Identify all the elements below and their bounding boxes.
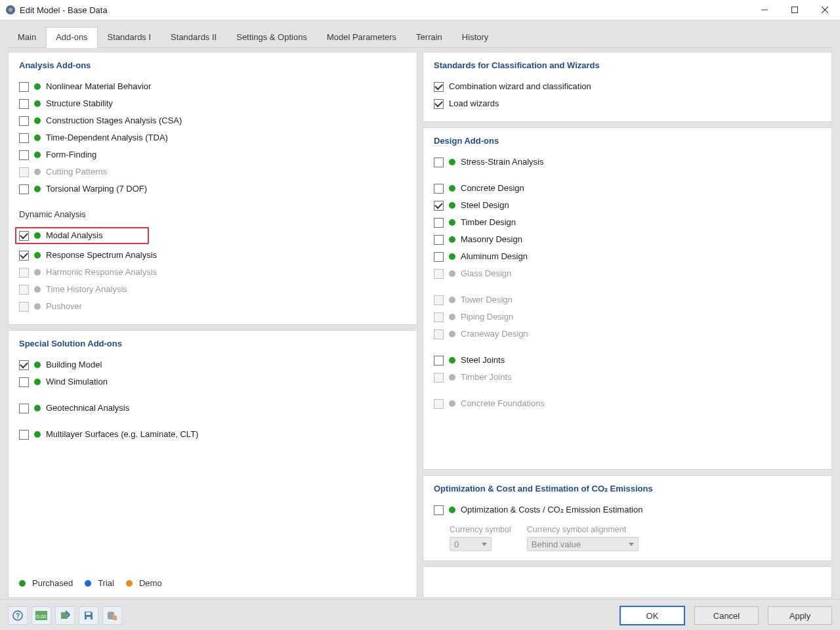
addon-label: Steel Joints — [461, 354, 505, 366]
svg-text:0,00: 0,00 — [36, 614, 47, 620]
status-dot — [449, 159, 455, 165]
addon-label: Glass Design — [461, 268, 511, 280]
checkbox-optimization[interactable] — [434, 505, 444, 515]
tab-addons[interactable]: Add-ons — [46, 27, 97, 48]
checkbox[interactable] — [434, 158, 444, 167]
checkbox[interactable] — [19, 133, 29, 143]
checkbox — [19, 167, 29, 177]
addon-row: Harmonic Response Analysis — [19, 264, 406, 281]
addon-row: Stress-Strain Analysis — [434, 154, 821, 171]
svg-rect-14 — [113, 616, 117, 620]
panel-analysis-addons: Analysis Add-ons Nonlinear Material Beha… — [8, 52, 417, 325]
addon-label: Pushover — [46, 301, 82, 312]
units-button[interactable]: 0,00 — [32, 606, 51, 625]
checkbox — [19, 302, 29, 312]
addon-row: Multilayer Surfaces (e.g. Laminate, CLT) — [19, 426, 406, 443]
checkbox — [19, 268, 29, 278]
addon-row: Building Model — [19, 356, 406, 373]
checkbox[interactable] — [19, 430, 29, 440]
addon-row: Steel Joints — [434, 352, 821, 369]
addon-label: Timber Design — [461, 217, 516, 228]
addon-row: Form-Finding — [19, 146, 406, 163]
checkbox[interactable] — [19, 360, 29, 370]
database-button[interactable] — [102, 606, 122, 625]
tab-main[interactable]: Main — [8, 27, 46, 47]
addon-row: Response Spectrum Analysis — [19, 247, 406, 264]
checkbox[interactable] — [19, 251, 29, 261]
legend-purchased-label: Purchased — [32, 578, 73, 588]
apply-button[interactable]: Apply — [768, 606, 832, 625]
checkbox[interactable] — [434, 218, 444, 228]
checkbox[interactable] — [19, 99, 29, 109]
analysis-addons-list: Nonlinear Material BehaviorStructure Sta… — [19, 78, 406, 198]
svg-rect-12 — [87, 617, 91, 620]
checkbox[interactable] — [434, 201, 444, 211]
checkbox — [434, 295, 444, 305]
status-dot — [449, 202, 455, 209]
addon-label: Form-Finding — [46, 149, 96, 161]
addon-label: Response Spectrum Analysis — [46, 249, 157, 261]
status-dot — [34, 100, 41, 107]
export-button[interactable] — [55, 606, 75, 625]
addon-row: Timber Joints — [434, 369, 821, 386]
addon-row: Steel Design — [434, 197, 821, 214]
checkbox[interactable] — [434, 184, 444, 194]
checkbox[interactable] — [19, 377, 29, 387]
label-currency-alignment: Currency symbol alignment — [527, 525, 639, 534]
save-button[interactable] — [79, 606, 98, 625]
checkbox[interactable] — [19, 82, 29, 92]
status-dot — [449, 219, 455, 226]
checkbox[interactable] — [434, 99, 444, 109]
addon-label: Time History Analysis — [46, 284, 127, 295]
checkbox[interactable] — [434, 252, 444, 262]
checkbox[interactable] — [434, 356, 444, 366]
checkbox[interactable] — [19, 116, 29, 126]
checkbox[interactable] — [19, 231, 29, 241]
addon-label: Geotechnical Analysis — [46, 402, 129, 414]
addon-row: Structure Stability — [19, 95, 406, 112]
addon-row: Tower Design — [434, 291, 821, 308]
tab-terrain[interactable]: Terrain — [406, 27, 452, 47]
special-solution-list: Building ModelWind SimulationGeotechnica… — [19, 356, 406, 443]
addon-label: Building Model — [46, 359, 102, 371]
svg-rect-3 — [792, 7, 798, 13]
legend-demo-dot — [126, 580, 133, 587]
addon-row: Aluminum Design — [434, 248, 821, 265]
checkbox[interactable] — [19, 404, 29, 413]
addon-label: Tower Design — [461, 294, 513, 306]
addon-label: Harmonic Response Analysis — [46, 266, 157, 278]
minimize-button[interactable] — [749, 0, 780, 20]
close-button[interactable] — [810, 0, 840, 20]
tab-history[interactable]: History — [452, 27, 498, 47]
addon-row: Cutting Patterns — [19, 163, 406, 180]
addon-label: Modal Analysis — [46, 230, 103, 242]
tab-standards-i[interactable]: Standards I — [98, 27, 161, 47]
select-currency-symbol: 0 — [450, 537, 492, 551]
checkbox[interactable] — [434, 82, 444, 92]
checkbox — [434, 269, 444, 279]
checkbox[interactable] — [19, 184, 29, 194]
addon-row: Craneway Design — [434, 326, 821, 343]
addon-label: Masonry Design — [461, 234, 522, 245]
status-dot — [34, 405, 41, 411]
dialog-tabs: Main Add-ons Standards I Standards II Se… — [8, 27, 832, 48]
tab-model-parameters[interactable]: Model Parameters — [317, 27, 406, 47]
status-dot — [449, 507, 455, 513]
label-optimization: Optimization & Costs / CO₂ Emission Esti… — [461, 504, 642, 516]
help-button[interactable]: ? — [8, 606, 28, 625]
ok-button[interactable]: OK — [620, 606, 685, 625]
maximize-button[interactable] — [780, 0, 810, 20]
cancel-button[interactable]: Cancel — [694, 606, 759, 625]
status-dot — [449, 357, 455, 364]
checkbox[interactable] — [19, 150, 29, 160]
checkbox[interactable] — [434, 235, 444, 245]
chevron-down-icon — [482, 543, 487, 546]
checkbox — [434, 312, 444, 322]
status-dot — [34, 286, 41, 293]
addon-row: Masonry Design — [434, 231, 821, 248]
bottom-bar: ? 0,00 OK Cancel Apply — [0, 599, 840, 630]
addon-label: Steel Design — [461, 200, 509, 211]
tab-standards-ii[interactable]: Standards II — [161, 27, 226, 47]
addon-label: Stress-Strain Analysis — [461, 156, 543, 168]
tab-settings-options[interactable]: Settings & Options — [226, 27, 317, 47]
